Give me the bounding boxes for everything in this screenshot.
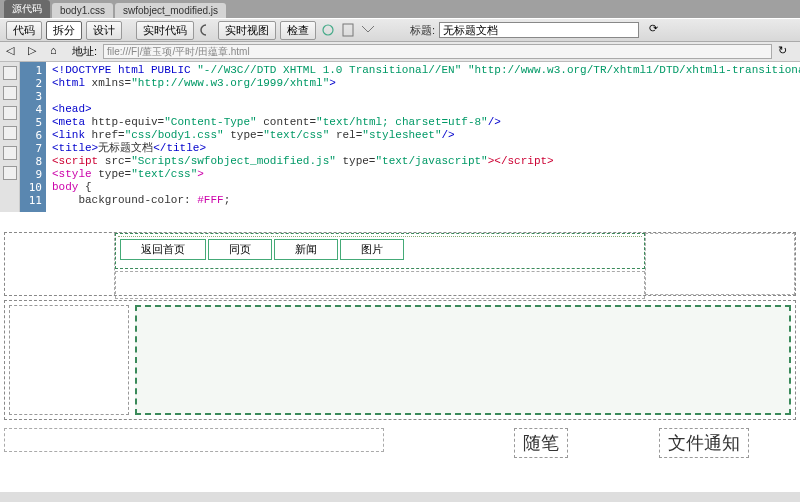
live-view-button[interactable]: 实时视图 bbox=[218, 21, 276, 40]
code-editor-pane: 1234567891011 <!DOCTYPE html PUBLIC "-//… bbox=[0, 62, 800, 212]
address-bar: ◁ ▷ ⌂ 地址: ↻ bbox=[0, 42, 800, 62]
design-view-pane[interactable]: 返回首页 同页 新闻 图片 随笔 文件通知 bbox=[0, 212, 800, 492]
tool-icon[interactable] bbox=[3, 86, 17, 100]
view-split-button[interactable]: 拆分 bbox=[46, 21, 82, 40]
live-code-button[interactable]: 实时代码 bbox=[136, 21, 194, 40]
header-side-box[interactable] bbox=[645, 233, 795, 295]
nav-region: 返回首页 同页 新闻 图片 bbox=[115, 233, 645, 295]
tag-icon[interactable] bbox=[360, 22, 376, 38]
refresh-icon[interactable] bbox=[198, 22, 214, 38]
tool-icon[interactable] bbox=[3, 146, 17, 160]
tool-icon[interactable] bbox=[3, 106, 17, 120]
apply-icon[interactable]: ⟳ bbox=[649, 22, 665, 38]
address-label: 地址: bbox=[72, 44, 97, 59]
nav-item-news[interactable]: 新闻 bbox=[274, 239, 338, 260]
nav-back-icon[interactable]: ◁ bbox=[6, 44, 22, 60]
inspect-button[interactable]: 检查 bbox=[280, 21, 316, 40]
content-region[interactable] bbox=[4, 300, 796, 420]
label-essay: 随笔 bbox=[514, 428, 568, 458]
footer-left-box[interactable] bbox=[4, 428, 384, 452]
subnav-cell[interactable] bbox=[115, 271, 645, 299]
line-number-gutter: 1234567891011 bbox=[20, 62, 46, 212]
main-toolbar: 代码 拆分 设计 实时代码 实时视图 检查 标题: ⟳ bbox=[0, 18, 800, 42]
label-notice: 文件通知 bbox=[659, 428, 749, 458]
code-toolbox bbox=[0, 62, 20, 212]
refresh-addr-icon[interactable]: ↻ bbox=[778, 44, 794, 60]
tool-icon[interactable] bbox=[3, 66, 17, 80]
file-tab-source[interactable]: 源代码 bbox=[4, 0, 50, 18]
svg-point-0 bbox=[323, 25, 333, 35]
left-column[interactable] bbox=[9, 305, 129, 415]
main-column[interactable] bbox=[135, 305, 791, 415]
svg-rect-1 bbox=[343, 24, 353, 36]
dreamweaver-window: 源代码 body1.css swfobject_modified.js 代码 拆… bbox=[0, 0, 800, 502]
globe-icon[interactable] bbox=[320, 22, 336, 38]
page-title-input[interactable] bbox=[439, 22, 639, 38]
file-tab-bar: 源代码 body1.css swfobject_modified.js bbox=[0, 0, 800, 18]
view-design-button[interactable]: 设计 bbox=[86, 21, 122, 40]
nav-item-pics[interactable]: 图片 bbox=[340, 239, 404, 260]
footer-region: 随笔 文件通知 bbox=[4, 428, 796, 458]
title-label: 标题: bbox=[410, 23, 435, 38]
file-tab-css[interactable]: body1.css bbox=[52, 3, 113, 18]
file-tab-js[interactable]: swfobject_modified.js bbox=[115, 3, 226, 18]
logo-cell[interactable] bbox=[5, 233, 115, 295]
nav-item-page[interactable]: 同页 bbox=[208, 239, 272, 260]
nav-item-home[interactable]: 返回首页 bbox=[120, 239, 206, 260]
page-icon[interactable] bbox=[340, 22, 356, 38]
tool-icon[interactable] bbox=[3, 166, 17, 180]
address-field[interactable] bbox=[103, 44, 772, 59]
code-text-area[interactable]: <!DOCTYPE html PUBLIC "-//W3C//DTD XHTML… bbox=[46, 62, 800, 212]
home-icon[interactable]: ⌂ bbox=[50, 44, 66, 60]
header-region[interactable]: 返回首页 同页 新闻 图片 bbox=[4, 232, 796, 296]
nav-table[interactable]: 返回首页 同页 新闻 图片 bbox=[118, 236, 642, 262]
view-code-button[interactable]: 代码 bbox=[6, 21, 42, 40]
nav-fwd-icon[interactable]: ▷ bbox=[28, 44, 44, 60]
tool-icon[interactable] bbox=[3, 126, 17, 140]
